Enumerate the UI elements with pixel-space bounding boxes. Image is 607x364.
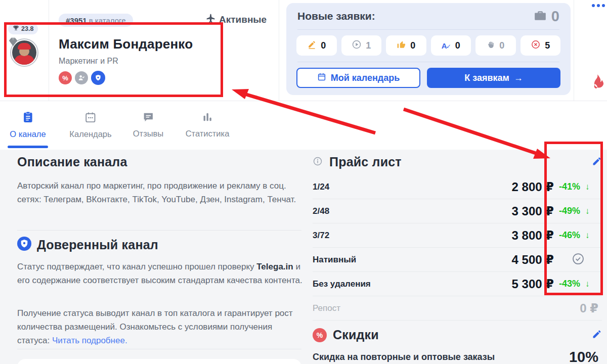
pencil-icon [307, 40, 317, 52]
price-row-label: Нативный [313, 255, 512, 265]
discount-row-value: 10% [569, 349, 602, 364]
rating-badge: 23.8 [8, 23, 38, 34]
flame-icon[interactable] [588, 74, 604, 94]
tab-statistics[interactable]: Статистика [186, 111, 230, 139]
airplane-icon [205, 13, 216, 26]
spellcheck-icon: A✓ [442, 41, 451, 50]
info-icon[interactable] [313, 156, 323, 168]
price-row-value: 0 ₽ [580, 301, 602, 315]
counter-drafts[interactable]: 0 [296, 35, 337, 56]
telega-brand: Telega.in [256, 262, 293, 271]
price-row-label: Репост [313, 303, 580, 313]
thumb-up-icon [397, 40, 406, 52]
price-row-label: 1/24 [313, 182, 512, 192]
counter-approved[interactable]: 0 [386, 35, 426, 56]
bar-chart-icon [201, 111, 213, 125]
arrow-down-icon: ↓ [585, 231, 590, 241]
briefcase-icon [534, 9, 547, 24]
trusted-badge-icon [91, 71, 105, 85]
chat-icon [142, 111, 154, 125]
active-status-toggle[interactable]: Активные [205, 13, 267, 26]
price-list: 1/24 2 800 ₽ -41%↓ 2/48 3 300 ₽ -49%↓ 3/… [313, 175, 602, 321]
price-row-value: 3 300 ₽ [512, 204, 554, 218]
requests-total: 0 [534, 8, 559, 25]
arrow-right-icon: → [514, 73, 523, 83]
tab-about[interactable]: О канале [10, 111, 46, 139]
edit-discounts-pencil-icon[interactable] [592, 329, 602, 341]
header-divider-left [49, 0, 49, 101]
edit-price-pencil-icon[interactable] [592, 156, 602, 168]
discounts-title: Скидки [333, 328, 379, 342]
price-row-value: 2 800 ₽ [512, 180, 554, 194]
counter-value: 5 [545, 40, 550, 51]
calendar-icon [84, 111, 96, 125]
requests-divider-bottom [297, 62, 559, 62]
new-requests-panel: Новые заявки: 0 0 1 [286, 3, 571, 95]
my-calendar-button[interactable]: Мой календарь [296, 68, 420, 88]
to-requests-button[interactable]: К заявкам → [427, 68, 560, 88]
cancel-icon [531, 39, 541, 52]
rating-value: 23.8 [21, 25, 33, 32]
counter-in-progress[interactable]: 1 [341, 35, 382, 56]
trusted-paragraph-2: Получение статуса выводит канал в топ ка… [17, 306, 304, 347]
counter-value: 1 [366, 40, 371, 51]
tab-about-label: О канале [10, 129, 46, 139]
profile-name: Максим Бондаренко [59, 36, 193, 52]
clipboard-icon [22, 111, 33, 125]
counter-value: 0 [455, 40, 460, 51]
diamond-icon [8, 36, 19, 50]
header-bottom-divider [0, 101, 607, 101]
hand-icon [487, 40, 495, 51]
catalog-rank-suffix: в каталоге [89, 16, 126, 25]
arrow-down-icon: ↓ [585, 182, 590, 192]
bottom-card [17, 359, 301, 364]
trophy-icon [13, 25, 19, 33]
price-row-value: 3 800 ₽ [512, 229, 554, 243]
price-list-title: Прайс лист [329, 155, 402, 169]
price-row: Репост 0 ₽ [313, 296, 602, 321]
left-divider-1 [17, 230, 301, 231]
discount-value: -49% [559, 206, 580, 216]
requests-divider-top [297, 29, 559, 30]
catalog-rank-pill: #3951 в каталоге [59, 14, 133, 27]
discount-value: -43% [559, 279, 580, 289]
annotation-arrow-profile [245, 94, 375, 133]
read-more-link[interactable]: Читать подробнее. [52, 336, 127, 345]
active-status-label: Активные [219, 14, 267, 25]
counter-paused[interactable]: 0 [475, 35, 516, 56]
arrow-down-icon: ↓ [585, 206, 590, 216]
header-divider-right [574, 0, 574, 101]
description-text: Авторский канал про маркетинг, про продв… [17, 179, 304, 206]
price-row-value: 4 500 ₽ [512, 253, 554, 267]
discount-value: -46% [559, 230, 580, 241]
profile-badges: % [59, 71, 105, 85]
price-row-label: 3/72 [313, 231, 512, 241]
channel-page: 23.8 #3951 в каталоге Активные Максим Бо… [0, 0, 607, 364]
play-circle-icon [352, 39, 362, 52]
counter-value: 0 [321, 40, 326, 51]
more-menu-button[interactable] [592, 4, 605, 7]
description-title: Описание канала [17, 155, 127, 169]
my-calendar-label: Мой календарь [331, 73, 400, 83]
left-divider-2 [17, 349, 301, 349]
catalog-rank-number: #3951 [66, 16, 87, 25]
new-requests-title: Новые заявки: [297, 10, 375, 22]
arrow-down-icon: ↓ [585, 279, 590, 289]
requests-total-value: 0 [551, 8, 559, 25]
price-row: Нативный 4 500 ₽ [313, 248, 602, 272]
tab-statistics-label: Статистика [186, 129, 230, 139]
request-counters: 0 1 0 A✓ 0 [296, 35, 560, 56]
price-row-label: 2/48 [313, 206, 512, 216]
to-requests-label: К заявкам [464, 73, 509, 83]
manager-badge-icon [75, 71, 88, 84]
profile-category: Маркетинг и PR [59, 57, 118, 66]
counter-review[interactable]: A✓ 0 [431, 35, 471, 56]
counter-rejected[interactable]: 5 [521, 35, 561, 56]
tab-reviews[interactable]: Отзывы [133, 111, 163, 139]
price-row: Без удаления 5 300 ₽ -43%↓ [313, 272, 602, 296]
counter-value: 0 [410, 40, 415, 51]
header-divider-mid [279, 0, 279, 101]
check-circle-icon [572, 252, 585, 267]
tab-calendar-label: Календарь [69, 129, 111, 139]
tab-calendar[interactable]: Календарь [69, 111, 111, 139]
